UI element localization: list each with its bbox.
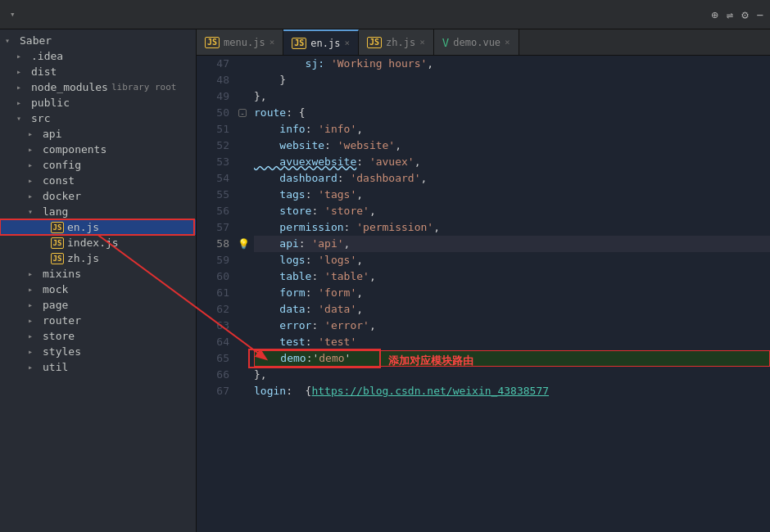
tree-arrow bbox=[28, 300, 39, 309]
line-number: 65 bbox=[197, 350, 229, 367]
tree-arrow bbox=[16, 52, 28, 61]
gutter-line bbox=[236, 367, 251, 383]
code-line: data: 'data', bbox=[254, 301, 770, 318]
dropdown-icon[interactable]: ▾ bbox=[10, 9, 16, 20]
sidebar-item-src[interactable]: src bbox=[0, 110, 196, 126]
sidebar-item-store[interactable]: store bbox=[0, 328, 196, 344]
tree-item-label: index.js bbox=[67, 237, 119, 249]
gutter-line bbox=[236, 187, 251, 203]
gutter-line bbox=[236, 318, 251, 334]
lightbulb-icon[interactable]: 💡 bbox=[238, 238, 250, 250]
tree-item-label: components bbox=[43, 143, 106, 156]
minus-icon[interactable]: − bbox=[757, 8, 763, 21]
tab-close-button[interactable]: × bbox=[505, 37, 510, 47]
js-icon: JS bbox=[367, 37, 382, 48]
line-number: 63 bbox=[197, 318, 229, 334]
code-line: api: 'api', bbox=[254, 236, 770, 252]
tab-label: menu.js bbox=[224, 37, 265, 48]
code-editor[interactable]: sj: 'Working hours', }},route: { info: '… bbox=[251, 56, 770, 532]
tree-item-label: public bbox=[31, 97, 70, 109]
tab-close-button[interactable]: × bbox=[419, 37, 425, 47]
code-line: sj: 'Working hours', bbox=[254, 56, 770, 72]
sidebar-item-lang[interactable]: lang bbox=[0, 204, 196, 219]
editor-content: 4748495051525354555657585960616263646566… bbox=[197, 56, 770, 532]
tree-arrow bbox=[28, 207, 39, 216]
tree-arrow bbox=[16, 98, 28, 107]
tab-menu-js[interactable]: JSmenu.js× bbox=[197, 29, 283, 55]
gear-icon[interactable]: ⚙ bbox=[741, 8, 748, 21]
code-line: test: 'test' bbox=[254, 334, 770, 350]
gutter-line bbox=[236, 334, 251, 350]
code-line: route: { bbox=[254, 105, 770, 121]
tree-item-label: lang bbox=[43, 205, 68, 218]
globe-icon[interactable]: ⊕ bbox=[711, 8, 718, 21]
sidebar-item-components[interactable]: components bbox=[0, 142, 196, 157]
tree-item-label: api bbox=[43, 128, 61, 140]
split-icon[interactable]: ⇌ bbox=[727, 8, 733, 21]
tree-item-label: util bbox=[43, 361, 68, 373]
sidebar-item-page[interactable]: page bbox=[0, 297, 196, 313]
tree-arrow bbox=[28, 145, 39, 154]
tree-arrow bbox=[28, 331, 39, 340]
tree-item-label: styles bbox=[43, 345, 81, 358]
tab-zh-js[interactable]: JSzh.js× bbox=[359, 29, 434, 55]
line-number: 56 bbox=[197, 203, 229, 219]
code-line: info: 'info', bbox=[254, 121, 770, 138]
tree-arrow bbox=[28, 129, 39, 138]
fold-marker[interactable]: - bbox=[238, 109, 247, 117]
line-number: 57 bbox=[197, 219, 229, 236]
sidebar-item-const[interactable]: const bbox=[0, 173, 196, 188]
tab-close-button[interactable]: × bbox=[270, 37, 275, 47]
line-number: 61 bbox=[197, 285, 229, 301]
sidebar-item-docker[interactable]: docker bbox=[0, 188, 196, 204]
tree-arrow bbox=[28, 176, 39, 185]
tab-close-button[interactable]: × bbox=[344, 38, 350, 48]
line-number: 62 bbox=[197, 301, 229, 318]
sidebar-item-styles[interactable]: styles bbox=[0, 344, 196, 359]
sidebar-item-api[interactable]: api bbox=[0, 126, 196, 142]
sidebar-item-mixins[interactable]: mixins bbox=[0, 266, 196, 282]
line-number: 67 bbox=[197, 383, 229, 399]
js-icon: JS bbox=[205, 37, 220, 48]
sidebar-item-router[interactable]: router bbox=[0, 313, 196, 328]
tree-item-label: zh.js bbox=[67, 252, 99, 264]
sidebar-item-index-js[interactable]: JSindex.js bbox=[0, 235, 196, 250]
code-line: table: 'table', bbox=[254, 268, 770, 285]
tab-label: en.js bbox=[310, 38, 340, 49]
tree-item-label: docker bbox=[43, 190, 81, 202]
sidebar-item-mock[interactable]: mock bbox=[0, 282, 196, 297]
line-number: 64 bbox=[197, 334, 229, 350]
gutter: -💡 bbox=[236, 56, 251, 532]
sidebar-item-dist[interactable]: dist bbox=[0, 64, 196, 79]
line-number: 52 bbox=[197, 138, 229, 154]
code-line: dashboard: 'dashboard', bbox=[254, 170, 770, 187]
gutter-line bbox=[236, 219, 251, 236]
line-number: 58 bbox=[197, 236, 229, 252]
sidebar-item-saber[interactable]: Saber bbox=[0, 33, 196, 48]
tree-arrow bbox=[28, 285, 39, 294]
gutter-line: 💡 bbox=[236, 236, 251, 252]
line-number: 55 bbox=[197, 187, 229, 203]
code-line: logs: 'logs', bbox=[254, 252, 770, 268]
line-number: 60 bbox=[197, 268, 229, 285]
code-line: tags: 'tags', bbox=[254, 187, 770, 203]
library-badge: library root bbox=[111, 82, 176, 92]
tree-item-label: src bbox=[31, 112, 50, 124]
line-number: 53 bbox=[197, 154, 229, 170]
code-line: avuexwebsite: 'avuex', bbox=[254, 154, 770, 170]
file-icon-js: JS bbox=[51, 222, 64, 233]
sidebar-item-zh-js[interactable]: JSzh.js bbox=[0, 250, 196, 266]
sidebar-item-config[interactable]: config bbox=[0, 157, 196, 173]
gutter-line bbox=[236, 285, 251, 301]
tab-demo-vue[interactable]: Vdemo.vue× bbox=[434, 29, 519, 55]
sidebar-item-public[interactable]: public bbox=[0, 95, 196, 110]
sidebar-item-en-js[interactable]: JSen.js bbox=[0, 219, 196, 235]
tree-item-label: page bbox=[43, 299, 68, 311]
sidebar-item-util[interactable]: util bbox=[0, 359, 196, 375]
line-number: 50 bbox=[197, 105, 229, 121]
sidebar-item--idea[interactable]: .idea bbox=[0, 48, 196, 64]
tab-en-js[interactable]: JSen.js× bbox=[283, 29, 359, 55]
tree-arrow bbox=[28, 269, 39, 278]
line-number: 47 bbox=[197, 56, 229, 72]
sidebar-item-node-modules[interactable]: node_moduleslibrary root bbox=[0, 79, 196, 95]
